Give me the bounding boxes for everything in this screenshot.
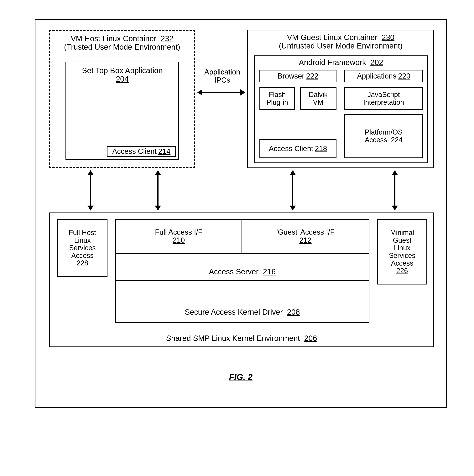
kernel-env-ref: 206 xyxy=(304,334,317,342)
ipc-l2: IPCs xyxy=(214,76,230,84)
gai-label: 'Guest' Access I/F xyxy=(276,228,334,236)
browser-ref: 222 xyxy=(306,72,318,80)
figure-caption: FIG. 2 xyxy=(35,372,446,382)
mgs-l5: Access xyxy=(391,259,413,267)
dalvik-vm: Dalvik VM xyxy=(300,87,336,110)
plat-ref: 224 xyxy=(391,136,403,144)
figure-label: FIG. 2 xyxy=(229,372,252,382)
mgs-ref: 226 xyxy=(396,267,408,275)
arrow-head-down-icon xyxy=(392,205,398,211)
access-server-ref: 216 xyxy=(263,267,276,276)
arrow-head-down-icon xyxy=(155,205,161,211)
platform-os-access: Platform/OS Access 224 xyxy=(344,114,423,158)
arrow-head-up-icon xyxy=(155,170,161,175)
fhs-l1: Full Host xyxy=(69,229,96,237)
host-title: VM Host Linux Container xyxy=(71,34,156,43)
host-subtitle: (Trusted User Mode Environment) xyxy=(64,43,180,51)
flash-l2: Plug-in xyxy=(266,99,288,106)
plat-l1: Platform/OS xyxy=(365,128,403,136)
arrow-head-down-icon xyxy=(88,205,94,211)
dalvik-l1: Dalvik xyxy=(309,91,328,99)
stb-title: Set Top Box Application xyxy=(82,66,163,75)
access-client-guest-ref: 218 xyxy=(315,145,327,153)
vm-host-container: VM Host Linux Container 232 (Trusted Use… xyxy=(49,30,195,168)
host-ref: 232 xyxy=(161,34,174,43)
guest-ref: 230 xyxy=(382,33,394,42)
arrow-shaft xyxy=(202,92,240,93)
android-framework: Android Framework 202 Browser 222 Applic… xyxy=(254,55,428,163)
full-access-if: Full Access I/F 210 xyxy=(115,219,242,254)
arrow-host-services xyxy=(88,170,94,211)
guest-subtitle: (Untrusted User Mode Environment) xyxy=(279,42,403,50)
applications-box: Applications 220 xyxy=(344,70,423,82)
access-server-label: Access Server xyxy=(209,267,259,276)
stb-application: Set Top Box Application 204 Access Clien… xyxy=(66,62,179,160)
browser-label: Browser xyxy=(278,72,304,80)
secure-driver-ref: 208 xyxy=(287,308,300,316)
shared-kernel-environment: Full Host Linux Services Access 228 Mini… xyxy=(49,212,434,347)
full-host-services: Full Host Linux Services Access 228 xyxy=(57,219,107,277)
android-fw-ref: 202 xyxy=(370,58,383,67)
arrow-head-up-icon xyxy=(88,170,94,175)
fhs-l2: Linux xyxy=(74,237,91,244)
js-l1: JavaScript xyxy=(368,91,400,99)
access-client-guest: Access Client 218 xyxy=(260,139,336,158)
dalvik-l2: VM xyxy=(313,99,323,106)
mgs-l1: Minimal xyxy=(390,229,414,237)
access-server: Access Server 216 Full Access I/F 210 'G… xyxy=(115,219,369,281)
application-ipcs-label: Application IPCs xyxy=(201,68,244,84)
secure-access-kernel-driver: Secure Access Kernel Driver 208 Access S… xyxy=(115,219,369,323)
android-fw-label: Android Framework xyxy=(299,58,366,67)
diagram-frame: VM Host Linux Container 232 (Trusted Use… xyxy=(35,19,447,408)
arrow-guest-access xyxy=(290,170,296,211)
access-client-guest-label: Access Client xyxy=(269,145,313,153)
plat-l2: Access xyxy=(365,136,387,144)
arrow-head-down-icon xyxy=(290,205,296,211)
flash-l1: Flash xyxy=(269,91,286,99)
fai-ref: 210 xyxy=(173,236,185,244)
guest-access-if: 'Guest' Access I/F 212 xyxy=(242,219,369,254)
gai-ref: 212 xyxy=(299,236,312,244)
fhs-l4: Access xyxy=(71,252,94,259)
vm-guest-container: VM Guest Linux Container 230 (Untrusted … xyxy=(247,30,434,168)
mgs-l2: Guest xyxy=(393,237,411,244)
secure-driver-label: Secure Access Kernel Driver xyxy=(185,308,283,316)
access-client-host-label: Access Client xyxy=(112,147,157,155)
arrow-head-up-icon xyxy=(392,170,398,175)
fhs-ref: 228 xyxy=(77,259,88,267)
fai-label: Full Access I/F xyxy=(155,228,202,236)
access-client-host: Access Client 214 xyxy=(107,146,176,157)
mgs-l3: Linux xyxy=(394,244,410,252)
arrow-head-up-icon xyxy=(290,170,296,175)
ipc-l1: Application xyxy=(204,68,240,76)
arrow-app-ipcs xyxy=(197,89,245,95)
javascript-interpretation: JavaScript Interpretation xyxy=(344,87,423,110)
guest-title: VM Guest Linux Container xyxy=(287,33,377,42)
arrow-guest-services xyxy=(392,170,398,211)
js-l2: Interpretation xyxy=(363,99,404,106)
applications-label: Applications xyxy=(357,72,396,80)
mgs-l4: Services xyxy=(389,252,415,259)
kernel-env-label: Shared SMP Linux Kernel Environment xyxy=(166,334,300,342)
access-client-host-ref: 214 xyxy=(158,147,171,155)
arrow-full-access xyxy=(155,170,161,211)
browser-box: Browser 222 xyxy=(260,70,336,82)
arrow-head-left-icon xyxy=(197,89,202,95)
arrow-head-right-icon xyxy=(240,89,245,95)
flash-plugin: Flash Plug-in xyxy=(260,87,295,110)
fhs-l3: Services xyxy=(69,244,96,252)
applications-ref: 220 xyxy=(398,72,410,80)
minimal-guest-services: Minimal Guest Linux Services Access 226 xyxy=(377,219,427,285)
stb-ref: 204 xyxy=(116,75,129,83)
